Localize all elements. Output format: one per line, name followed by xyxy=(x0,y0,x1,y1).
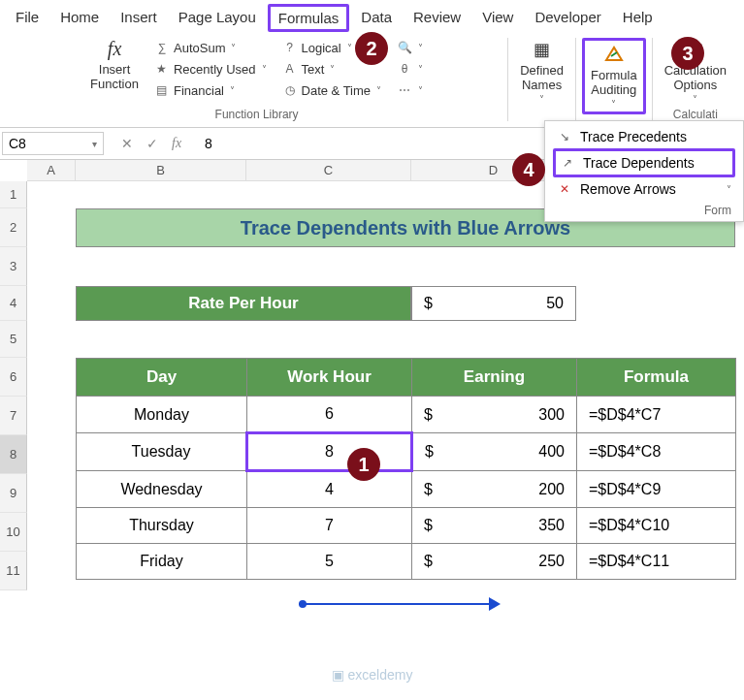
menu-file[interactable]: File xyxy=(6,4,49,32)
menu-data[interactable]: Data xyxy=(351,4,402,32)
lookup-button[interactable]: 🔍 xyxy=(393,38,427,57)
row-3[interactable]: 3 xyxy=(0,247,27,286)
row-6[interactable]: 6 xyxy=(0,358,27,397)
table-header-row: Day Work Hour Earning Formula xyxy=(77,359,736,397)
datetime-button[interactable]: ◷Date & Time xyxy=(278,80,386,100)
menu-review[interactable]: Review xyxy=(404,4,470,32)
insert-function-button[interactable]: fx Insert Function xyxy=(86,38,143,100)
autosum-button[interactable]: ∑AutoSum xyxy=(150,38,271,57)
row-8[interactable]: 8 xyxy=(0,435,27,474)
function-library-label: Function Library xyxy=(215,105,299,121)
star-icon: ★ xyxy=(154,61,170,77)
badge-3: 3 xyxy=(671,37,704,70)
menu-view[interactable]: View xyxy=(472,4,523,32)
names-icon: ▦ xyxy=(529,38,556,61)
rate-value-cell[interactable]: $ 50 xyxy=(411,286,576,321)
table-row[interactable]: Tuesday 8 $400 =$D$4*C8 xyxy=(77,433,736,471)
table-row[interactable]: Friday 5 $250 =$D$4*C11 xyxy=(77,544,736,580)
rate-label-cell: Rate Per Hour xyxy=(76,286,411,321)
selected-cell-c8[interactable]: 8 xyxy=(247,433,412,471)
table-row[interactable]: Monday 6 $300 =$D$4*C7 xyxy=(77,397,736,433)
theta-icon: θ xyxy=(397,61,412,77)
accept-icon[interactable]: ✓ xyxy=(146,136,158,151)
dropdown-sublabel: Form xyxy=(553,201,735,217)
menu-developer[interactable]: Developer xyxy=(525,4,610,32)
more-fn-button[interactable]: ⋯ xyxy=(393,80,427,100)
cancel-icon[interactable]: ✕ xyxy=(121,136,133,151)
row-1[interactable]: 1 xyxy=(0,181,27,208)
table-row[interactable]: Wednesday 4 $200 =$D$4*C9 xyxy=(77,471,736,508)
more-icon: ⋯ xyxy=(397,82,412,98)
row-7[interactable]: 7 xyxy=(0,397,27,435)
formula-auditing-button[interactable]: Formula Auditing ˅ xyxy=(582,38,646,114)
logical-icon: ? xyxy=(282,40,298,55)
row-9[interactable]: 9 xyxy=(0,474,27,513)
menu-pagelayout[interactable]: Page Layou xyxy=(169,4,266,32)
row-11[interactable]: 11 xyxy=(0,552,27,590)
badge-2: 2 xyxy=(355,32,388,65)
badge-1: 1 xyxy=(347,448,380,481)
dependents-icon: ↗ xyxy=(560,155,575,171)
row-4[interactable]: 4 xyxy=(0,286,27,321)
header-day: Day xyxy=(77,359,247,397)
main-menu: File Home Insert Page Layou Formulas Dat… xyxy=(0,0,744,34)
row-10[interactable]: 10 xyxy=(0,513,27,552)
defined-names-button[interactable]: ▦ Defined Names ˅ xyxy=(514,38,569,105)
formula-auditing-dropdown: ↘ Trace Precedents ↗ Trace Dependents ✕ … xyxy=(544,120,744,222)
badge-4: 4 xyxy=(512,153,545,186)
fx-icon: fx xyxy=(108,38,121,60)
header-earning: Earning xyxy=(412,359,577,397)
menu-formulas[interactable]: Formulas xyxy=(268,4,350,32)
data-table: Day Work Hour Earning Formula Monday 6 $… xyxy=(76,358,736,580)
trace-dependents-item[interactable]: ↗ Trace Dependents xyxy=(553,148,735,177)
auditing-icon xyxy=(600,43,628,66)
header-workhour: Work Hour xyxy=(247,359,412,397)
remove-icon: ✕ xyxy=(557,181,572,197)
header-formula: Formula xyxy=(577,359,736,397)
trace-dependent-arrow xyxy=(299,603,493,605)
money-icon: ▤ xyxy=(154,82,170,98)
col-C[interactable]: C xyxy=(246,160,411,181)
math-button[interactable]: θ xyxy=(393,59,427,79)
menu-insert[interactable]: Insert xyxy=(111,4,167,32)
row-2[interactable]: 2 xyxy=(0,208,27,247)
row-headers: 1 2 3 4 5 6 7 8 9 10 11 xyxy=(0,181,27,590)
trace-precedents-item[interactable]: ↘ Trace Precedents xyxy=(553,125,735,148)
name-box[interactable]: C8▾ xyxy=(2,132,104,155)
row-5[interactable]: 5 xyxy=(0,321,27,358)
financial-button[interactable]: ▤Financial xyxy=(150,80,271,100)
col-B[interactable]: B xyxy=(76,160,246,181)
sigma-icon: ∑ xyxy=(154,40,170,55)
search-icon: 🔍 xyxy=(397,40,412,55)
spreadsheet-grid[interactable]: 1 2 3 4 5 6 7 8 9 10 11 Trace Dependents… xyxy=(0,181,744,685)
precedents-icon: ↘ xyxy=(557,129,572,144)
menu-help[interactable]: Help xyxy=(613,4,663,32)
clock-icon: ◷ xyxy=(282,82,298,98)
col-A[interactable]: A xyxy=(27,160,76,181)
text-icon: A xyxy=(282,61,298,77)
table-row[interactable]: Thursday 7 $350 =$D$4*C10 xyxy=(77,508,736,544)
calc-group-label: Calculati xyxy=(673,105,718,121)
menu-home[interactable]: Home xyxy=(50,4,109,32)
watermark: ▣ exceldemy xyxy=(332,667,413,683)
remove-arrows-item[interactable]: ✕ Remove Arrows ˅ xyxy=(553,177,735,201)
fx-icon[interactable]: fx xyxy=(172,136,181,151)
excel-icon: ▣ xyxy=(332,667,344,683)
recently-used-button[interactable]: ★Recently Used xyxy=(150,59,271,79)
